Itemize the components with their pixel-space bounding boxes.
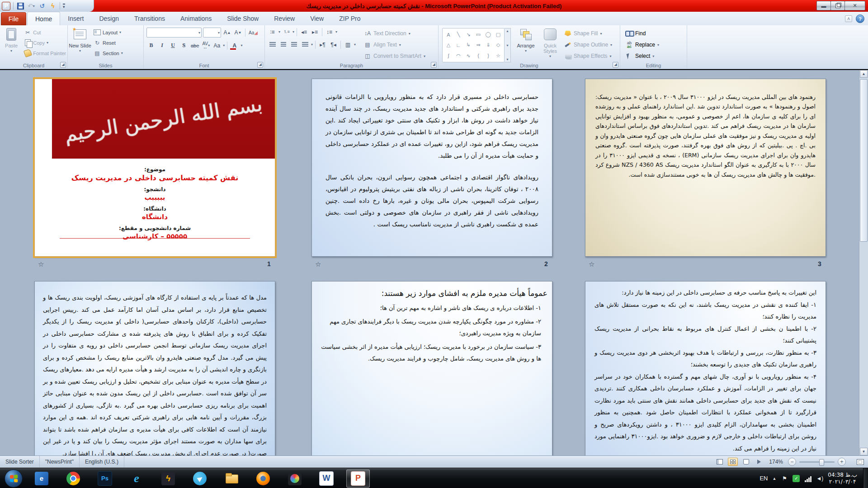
slide-thumbnail-2[interactable]: حسابرسی داخلی در مسیری قرار دارد که به م… (311, 79, 552, 257)
slide-show-view-icon[interactable] (754, 458, 764, 466)
minimize-ribbon-icon[interactable]: ˄ (845, 15, 852, 22)
restore-icon[interactable] (830, 1, 845, 10)
paragraph-dialog-launcher[interactable]: ◢ (431, 62, 437, 68)
bullets-icon[interactable]: ∶≡ (268, 28, 277, 36)
replace-button[interactable]: abacReplace▾ (624, 39, 687, 50)
slide-sorter-area[interactable]: بسم الله الرحمن الرحیمموضوع:نقش کمیته حس… (0, 70, 868, 455)
shape-icon-4[interactable]: ◯ (483, 29, 493, 40)
shape-icon-17[interactable]: ☆ (493, 51, 503, 61)
close-icon[interactable]: ✕ (844, 1, 865, 10)
taskbar-app-firefox[interactable] (251, 469, 275, 488)
drawing-dialog-launcher[interactable]: ◢ (613, 62, 618, 68)
zoom-slider-thumb[interactable] (819, 459, 824, 466)
italic-icon[interactable]: I (157, 41, 167, 50)
select-button[interactable]: Select▾ (624, 51, 687, 61)
fit-window-icon[interactable] (855, 458, 865, 466)
shrink-font-icon[interactable]: A▼ (233, 28, 243, 37)
shape-icon-13[interactable]: ◠ (453, 51, 463, 61)
shape-effects-button[interactable]: Shape Effects▾ (562, 51, 614, 61)
taskbar-app-telegram[interactable]: ▶ (188, 469, 212, 488)
zoom-out-icon[interactable]: − (788, 458, 796, 466)
paste-button[interactable]: Paste▾ (0, 25, 23, 61)
columns-icon[interactable]: ▥ (343, 40, 353, 49)
tab-transitions[interactable]: Transitions (127, 12, 173, 25)
taskbar-app-photoshop[interactable]: Ps (93, 469, 117, 488)
align-text-button[interactable]: ▤Align Text▾ (362, 39, 427, 50)
shape-outline-button[interactable]: Shape Outline▾ (562, 39, 614, 50)
transition-star-icon[interactable]: ☆ (315, 260, 321, 268)
layout-button[interactable]: Layout▾ (92, 28, 124, 37)
shape-icon-10[interactable]: ⇓ (483, 40, 493, 50)
reset-button[interactable]: ↻Reset (92, 38, 124, 47)
clear-formatting-icon[interactable]: Aa◢ (248, 28, 259, 37)
arrange-button[interactable]: Arrange▾ (514, 25, 538, 61)
scroll-down-icon[interactable]: ▼ (860, 448, 868, 455)
transition-star-icon[interactable]: ☆ (589, 260, 594, 268)
zoom-slider[interactable] (799, 461, 835, 463)
antivirus-icon[interactable]: ✓ (793, 475, 800, 482)
normal-view-icon[interactable] (715, 458, 725, 466)
taskbar-app-internet-explorer[interactable]: e (125, 469, 148, 488)
font-size-combo[interactable]: ▾ (203, 28, 221, 38)
reading-view-icon[interactable] (741, 458, 751, 466)
tab-view[interactable]: View (302, 12, 331, 25)
bold-icon[interactable]: B (146, 41, 156, 50)
shape-icon-15[interactable]: { (473, 51, 483, 61)
taskbar-app-blue-app[interactable]: e (30, 469, 53, 488)
tab-review[interactable]: Review (266, 12, 302, 25)
shapes-gallery-scrollbar[interactable]: ▲▼▼ (505, 28, 511, 62)
justify-icon[interactable] (300, 40, 310, 49)
shape-icon-2[interactable]: ↘ (463, 29, 473, 40)
minimize-icon[interactable]: ▬ (816, 1, 831, 10)
shape-icon-7[interactable]: ∟ (453, 40, 463, 50)
increase-indent-icon[interactable]: ▸≡ (310, 28, 320, 36)
rtl-icon[interactable]: ¶◂ (329, 40, 338, 49)
taskbar-app-word[interactable]: W (315, 469, 338, 488)
format-painter-button[interactable]: Format Painter (23, 48, 67, 58)
clock[interactable]: ب.ظ 04:38 ۲۰۲۱/۰۳/۰۴ (828, 472, 857, 485)
help-icon[interactable]: ? (856, 14, 864, 23)
numbering-icon[interactable]: ⒈≡ (282, 28, 291, 36)
language-indicator[interactable]: EN (760, 475, 768, 482)
strikethrough-icon[interactable]: abe (190, 41, 200, 50)
slide-thumbnail-6[interactable]: این تغییرات به پاسخ مناسب حرفه ی حسابرسی… (585, 281, 826, 455)
slide-thumbnail-5[interactable]: عموماً هیأت مدیره ملزم به افشای موارد زی… (311, 281, 552, 455)
shape-icon-12[interactable]: ʃ (443, 51, 453, 61)
shape-icon-16[interactable]: } (483, 51, 493, 61)
tab-insert[interactable]: Insert (60, 12, 91, 25)
ltr-icon[interactable]: ▸¶ (318, 40, 327, 49)
shape-icon-8[interactable]: ↳ (463, 40, 473, 50)
shadow-icon[interactable]: S (179, 41, 189, 50)
volume-icon[interactable]: ◄) (816, 475, 823, 482)
shape-icon-5[interactable]: ▢ (493, 29, 503, 40)
transition-star-icon[interactable]: ☆ (38, 260, 44, 268)
line-spacing-icon[interactable]: ↕≡ (325, 28, 334, 36)
show-desktop-button[interactable] (863, 468, 868, 488)
find-button[interactable]: Find (624, 28, 687, 39)
tab-animations[interactable]: Animations (173, 12, 219, 25)
font-dialog-launcher[interactable]: ◢ (257, 62, 263, 68)
underline-icon[interactable]: U (168, 41, 178, 50)
vertical-scrollbar[interactable]: ▲ ▼ (859, 70, 868, 455)
align-center-icon[interactable] (278, 40, 288, 49)
decrease-indent-icon[interactable]: ◂≡ (299, 28, 309, 36)
shape-icon-9[interactable]: ⇒ (473, 40, 483, 50)
scrollbar-thumb[interactable] (860, 79, 868, 242)
taskbar-app-file-explorer[interactable] (220, 469, 243, 488)
quick-styles-button[interactable]: Quick Styles▾ (538, 25, 562, 61)
taskbar-app-paint-app[interactable] (283, 469, 307, 488)
copy-button[interactable]: Copy▾ (23, 38, 67, 47)
align-left-icon[interactable] (268, 40, 277, 49)
font-name-combo[interactable]: ▾ (146, 28, 202, 38)
section-button[interactable]: ▤Section▾ (92, 48, 124, 58)
font-color-icon[interactable]: A (230, 41, 239, 50)
slide-thumbnail-1[interactable]: بسم الله الرحمن الرحیمموضوع:نقش کمیته حس… (34, 79, 275, 257)
theme-status[interactable]: "NewsPrint" (40, 456, 80, 468)
taskbar-app-lightning-app[interactable]: ϟ (156, 469, 180, 488)
view-status[interactable]: Slide Sorter (0, 456, 40, 468)
shape-icon-3[interactable]: ▭ (473, 29, 483, 40)
shape-icon-0[interactable]: A (443, 29, 453, 40)
slide-thumbnail-4[interactable]: مدل ها که عمدتاً بر پایه ی استفاده از کا… (34, 281, 275, 455)
start-orb[interactable] (5, 469, 23, 488)
scroll-up-icon[interactable]: ▲ (860, 70, 868, 78)
